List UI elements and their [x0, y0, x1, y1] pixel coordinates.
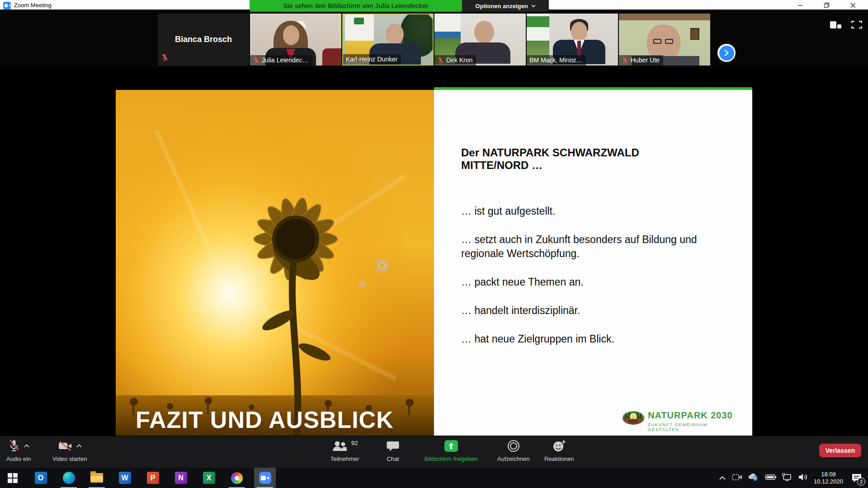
- audio-button[interactable]: Audio ein: [6, 439, 31, 462]
- outlook-icon: O: [35, 472, 47, 484]
- notification-badge: 2: [857, 478, 865, 486]
- tray-volume-icon[interactable]: [798, 473, 808, 483]
- action-center-button[interactable]: 2: [849, 470, 864, 486]
- reactions-button[interactable]: Reaktionen: [544, 439, 574, 462]
- participant-tile-karl-heinz[interactable]: Karl-Heinz Dunker: [342, 14, 434, 66]
- participant-nametag: Dirk Kron: [434, 55, 476, 66]
- minimize-button[interactable]: [790, 0, 811, 10]
- participants-count: 92: [351, 440, 358, 446]
- participant-name: Bianca Brosch: [158, 14, 249, 66]
- restore-button[interactable]: [816, 0, 837, 10]
- chevron-down-icon: [531, 5, 536, 8]
- tray-camera-icon[interactable]: [732, 473, 742, 483]
- next-participants-button[interactable]: [717, 44, 736, 62]
- tray-network-icon[interactable]: [782, 473, 792, 483]
- taskbar-clock[interactable]: 18:08 10.12.2020: [814, 471, 843, 485]
- participant-name: BM Mack, Minist…: [529, 56, 582, 64]
- reactions-button-label: Reaktionen: [544, 455, 574, 462]
- powerpoint-icon: P: [147, 472, 159, 484]
- participant-tile-bm-mack[interactable]: BM Mack, Minist…: [527, 14, 618, 66]
- zoom-toolbar: Audio ein Video starten: [0, 436, 868, 468]
- taskbar-file-explorer[interactable]: [86, 468, 108, 488]
- excel-icon: X: [203, 472, 215, 484]
- mic-muted-icon: [161, 53, 169, 63]
- participant-nametag: Karl-Heinz Dunker: [343, 54, 401, 65]
- participant-name: Karl-Heinz Dunker: [346, 56, 397, 63]
- participant-nametag: Julia Leiendec…: [250, 55, 312, 66]
- zoom-taskbar-icon: [259, 472, 271, 484]
- participant-nametag: BM Mack, Minist…: [527, 55, 586, 66]
- fullscreen-icon[interactable]: [851, 21, 862, 30]
- participant-tile-huber[interactable]: Huber Ute: [619, 14, 710, 66]
- taskbar-paint[interactable]: [226, 468, 248, 488]
- leave-button-label: Verlassen: [826, 447, 855, 454]
- share-screen-button[interactable]: Bildschirm freigeben: [425, 439, 478, 462]
- windows-logo-icon: [8, 473, 18, 483]
- naturpark-logo-subtext: ZUKUNFT GEMEINSAM GESTALTEN: [648, 422, 739, 432]
- chat-button-label: Chat: [387, 455, 399, 462]
- share-screen-button-label: Bildschirm freigeben: [425, 455, 478, 462]
- record-button[interactable]: Aufzeichnen: [497, 439, 530, 462]
- participant-nametag: Huber Ute: [619, 55, 663, 66]
- participant-tile-dirk[interactable]: Dirk Kron: [434, 14, 526, 66]
- record-button-label: Aufzeichnen: [497, 455, 530, 462]
- chevron-up-icon[interactable]: [24, 444, 29, 448]
- taskbar-zoom-active[interactable]: [254, 468, 276, 488]
- taskbar-onenote[interactable]: N: [170, 468, 192, 488]
- edge-icon: [63, 472, 75, 484]
- taskbar-edge[interactable]: [58, 468, 80, 488]
- video-button[interactable]: Video starten: [52, 439, 87, 462]
- chat-icon: [387, 440, 399, 452]
- tray-chevron-up-icon[interactable]: [719, 474, 726, 482]
- slide-bullet: … hat neue Zielgruppen im Blick.: [461, 332, 708, 347]
- naturpark-logo: NATURPARK 2030 ZUKUNFT GEMEINSAM GESTALT…: [622, 408, 739, 431]
- clock-date: 10.12.2020: [814, 478, 843, 485]
- tray-onedrive-icon[interactable]: [748, 473, 759, 483]
- taskbar-powerpoint[interactable]: P: [142, 468, 164, 488]
- video-strip: Bianca Brosch Julia Leiendec… Karl-Heinz…: [0, 12, 868, 68]
- mic-off-icon: [8, 439, 20, 453]
- share-options-label: Optionen anzeigen: [475, 3, 528, 9]
- screen-share-banner: Sie sehen den Bildschirm von Julia Leien…: [250, 0, 462, 12]
- slide-bullet: … packt neue Themen an.: [461, 275, 708, 290]
- audio-button-label: Audio ein: [6, 455, 31, 462]
- participant-name: Julia Leiendec…: [262, 56, 309, 64]
- video-button-label: Video starten: [52, 455, 87, 462]
- screen-share-banner-text: Sie sehen den Bildschirm von Julia Leien…: [283, 2, 429, 9]
- mic-muted-icon: [437, 57, 444, 64]
- windows-taskbar: O W P N X: [0, 468, 868, 488]
- start-button[interactable]: [2, 468, 24, 488]
- naturpark-logo-icon: [622, 408, 645, 428]
- shared-screen-area: FAZIT UND AUSBLICK Der NATURPARK SCHWARZ…: [0, 68, 868, 436]
- slide-bullet: … ist gut aufgestellt.: [461, 204, 708, 219]
- tray-battery-icon[interactable]: [764, 474, 776, 482]
- close-button[interactable]: [843, 0, 863, 10]
- reactions-icon: [552, 440, 566, 452]
- mic-muted-icon: [622, 57, 628, 64]
- taskbar-excel[interactable]: X: [198, 468, 220, 488]
- share-screen-icon: [444, 440, 458, 452]
- slide-bullet: … setzt auch in Zukunft besonders auf Bi…: [461, 233, 708, 261]
- participant-tile-bianca[interactable]: Bianca Brosch: [158, 14, 249, 66]
- participant-tile-julia[interactable]: Julia Leiendec…: [250, 14, 341, 66]
- sunflower-photo: [116, 90, 434, 436]
- chevron-up-icon[interactable]: [76, 444, 82, 448]
- participants-button[interactable]: 92 Teilnehmer: [330, 439, 359, 462]
- mic-muted-icon: [253, 57, 259, 64]
- slide-bullet: … handelt interdisziplinär.: [461, 304, 708, 318]
- share-options-button[interactable]: Optionen anzeigen: [462, 0, 549, 12]
- participants-icon: [332, 440, 347, 452]
- screen: Zoom Meeting Sie sehen den Bildschirm vo…: [0, 0, 868, 488]
- chat-button[interactable]: Chat: [387, 439, 399, 462]
- leave-button[interactable]: Verlassen: [819, 444, 861, 457]
- slide-title: Der NATURPARK SCHWARZWALD MITTE/NORD …: [461, 146, 708, 172]
- naturpark-logo-text: NATURPARK 2030: [648, 410, 739, 421]
- view-layout-icon[interactable]: [830, 21, 841, 30]
- taskbar-outlook[interactable]: O: [30, 468, 52, 488]
- slide-caption: FAZIT UND AUSBLICK: [136, 406, 425, 433]
- clock-time: 18:08: [814, 471, 843, 478]
- chevron-right-icon: [724, 49, 729, 56]
- taskbar-word[interactable]: W: [114, 468, 136, 488]
- window-title: Zoom Meeting: [14, 2, 52, 9]
- zoom-app-icon: [3, 2, 11, 9]
